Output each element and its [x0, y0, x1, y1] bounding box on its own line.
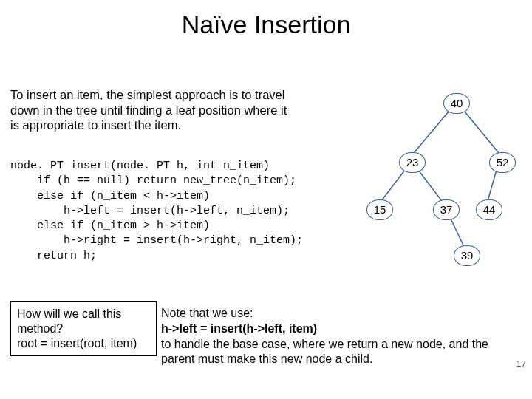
svg-line-4: [488, 170, 497, 201]
note-rest: to handle the base case, where we return…: [161, 338, 488, 366]
tree-node-39: 39: [454, 245, 480, 266]
tree-node-44: 44: [476, 200, 502, 220]
note-bold-line: h->left = insert(h->left, item): [161, 322, 317, 335]
slide-title: Naïve Insertion: [0, 10, 532, 39]
svg-line-2: [381, 170, 405, 201]
tree-node-40: 40: [443, 93, 470, 114]
svg-line-1: [464, 111, 499, 153]
tree-node-37: 37: [433, 200, 460, 220]
bst-diagram: 40 23 52 15 37 44 39: [355, 89, 525, 281]
svg-line-0: [414, 111, 449, 153]
tree-node-23: 23: [399, 152, 426, 173]
tree-node-52: 52: [489, 152, 516, 173]
svg-line-3: [418, 170, 442, 201]
note-box: Note that we use: h->left = insert(h->le…: [155, 301, 514, 372]
note-line1: Note that we use:: [161, 307, 253, 319]
code-block: node. PT insert(node. PT h, int n_item) …: [10, 159, 303, 264]
svg-line-5: [451, 219, 464, 247]
intro-paragraph: To insert an item, the simplest approach…: [10, 87, 291, 133]
tree-edges: [355, 89, 525, 281]
tree-node-15: 15: [366, 200, 393, 220]
slide-number: 17: [516, 359, 526, 369]
call-method-box: How will we call this method? root = ins…: [10, 301, 157, 356]
